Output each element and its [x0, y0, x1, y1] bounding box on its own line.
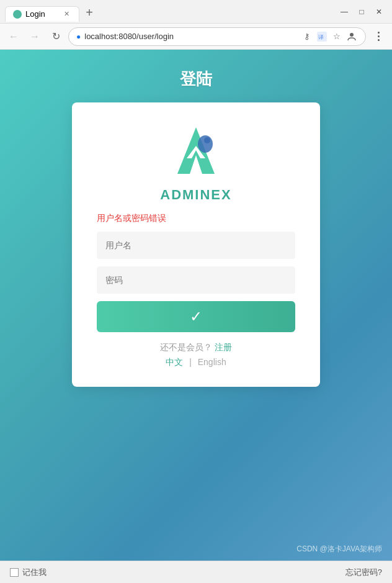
page-title: 登陆 [180, 68, 212, 90]
tab-close-button[interactable]: ✕ [61, 9, 71, 19]
logo-image [165, 121, 227, 183]
lang-en-button[interactable]: English [198, 357, 226, 367]
address-text: localhost:8080/user/login [84, 32, 297, 41]
login-card: ADMINEX 用户名或密码错误 ✓ 还不是会员？ 注册 中文 | Englis… [72, 102, 320, 387]
logo-brand-text: ADMINEX [160, 187, 231, 203]
register-row: 还不是会员？ 注册 [97, 342, 295, 353]
page-footer: CSDN @洛卡JAVA架构师 [296, 544, 382, 554]
bottom-bar: 记住我 忘记密码? [0, 561, 392, 583]
new-tab-button[interactable]: + [81, 4, 98, 22]
register-prompt: 还不是会员？ [160, 342, 212, 352]
translate-icon[interactable]: 译 [316, 30, 328, 43]
close-button[interactable]: ✕ [371, 4, 387, 20]
error-message: 用户名或密码错误 [97, 213, 295, 224]
address-bar[interactable]: ● localhost:8080/user/login ⚷ 译 ☆ [68, 27, 366, 46]
remember-me-checkbox[interactable] [10, 568, 19, 577]
register-link[interactable]: 注册 [215, 342, 232, 352]
lang-separator: | [189, 357, 192, 367]
forward-button[interactable]: → [26, 28, 43, 45]
check-icon: ✓ [190, 308, 202, 325]
window-controls: — □ ✕ [336, 4, 387, 20]
language-row: 中文 | English [97, 357, 295, 368]
svg-point-2 [350, 33, 354, 37]
tab-favicon-icon [13, 10, 22, 19]
key-icon[interactable]: ⚷ [301, 30, 313, 43]
address-icons: ⚷ 译 ☆ [301, 30, 358, 43]
svg-text:译: 译 [318, 34, 324, 40]
page-content: 登陆 ADMINEX 用户名或密码错误 [0, 50, 392, 561]
login-button[interactable]: ✓ [97, 301, 295, 332]
maximize-button[interactable]: □ [354, 4, 370, 20]
svg-point-6 [204, 137, 210, 143]
logo-area: ADMINEX [97, 121, 295, 203]
lang-cn-button[interactable]: 中文 [166, 357, 183, 367]
address-bar-row: ← → ↻ ● localhost:8080/user/login ⚷ 译 ☆ [0, 24, 392, 50]
back-button[interactable]: ← [5, 28, 22, 45]
remember-me-text: 记住我 [22, 567, 47, 578]
lock-icon: ● [76, 32, 81, 41]
username-input[interactable] [97, 232, 295, 259]
password-input[interactable] [97, 266, 295, 294]
star-icon[interactable]: ☆ [331, 30, 343, 43]
refresh-button[interactable]: ↻ [47, 28, 65, 45]
active-tab[interactable]: Login ✕ [5, 6, 79, 22]
tab-bar: Login ✕ + [5, 2, 98, 22]
remember-me-label[interactable]: 记住我 [10, 567, 47, 578]
browser-titlebar: Login ✕ + — □ ✕ [0, 0, 392, 24]
browser-menu-button[interactable] [370, 28, 387, 45]
profile-icon[interactable] [345, 30, 358, 43]
tab-label: Login [25, 9, 45, 19]
minimize-button[interactable]: — [336, 4, 352, 20]
forgot-password-link[interactable]: 忘记密码? [345, 567, 382, 578]
three-dots-icon [378, 32, 380, 41]
